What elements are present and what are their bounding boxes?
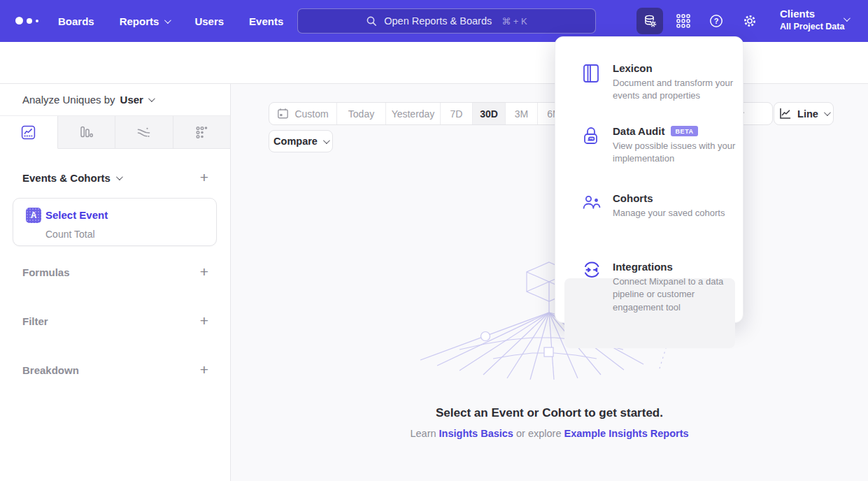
gear-icon: [742, 13, 757, 29]
apps-grid-button[interactable]: [670, 8, 697, 34]
compare-dropdown[interactable]: Compare: [269, 130, 333, 152]
data-management-menu: Lexicon Document and transform your even…: [555, 36, 744, 323]
events-cohorts-dropdown[interactable]: Events & Cohorts: [22, 172, 121, 184]
nav-item-label: Boards: [58, 15, 94, 27]
tab-flow-chart[interactable]: [115, 116, 173, 149]
mixpanel-logo-icon[interactable]: [15, 17, 38, 24]
tab-bar-chart[interactable]: [58, 116, 116, 149]
date-range-label: 30D: [480, 108, 498, 120]
breakdown-section: Breakdown +: [22, 364, 208, 376]
menu-item-title: Integrations: [613, 261, 673, 273]
events-cohorts-label: Events & Cohorts: [22, 172, 111, 184]
data-audit-icon: [582, 127, 600, 149]
project-switcher[interactable]: Clients All Project Data: [780, 7, 844, 32]
nav-item-boards[interactable]: Boards: [58, 15, 94, 27]
chevron-down-icon: [164, 17, 171, 24]
svg-text:?: ?: [714, 17, 719, 25]
help-button[interactable]: ?: [703, 8, 730, 34]
select-event-label[interactable]: Select Event: [45, 209, 108, 221]
beta-badge: BETA: [671, 126, 697, 136]
grid-apps-icon: [676, 13, 691, 29]
analyze-label: Analyze Uniques by: [22, 94, 115, 106]
date-range-30d[interactable]: 30D: [473, 103, 506, 124]
menu-item-description: Connect Mixpanel to a data pipeline or c…: [613, 275, 737, 314]
example-reports-link[interactable]: Example Insights Reports: [564, 428, 688, 439]
chevron-down-icon: [824, 109, 831, 116]
grid-dots-icon: [194, 125, 209, 140]
date-range-3m[interactable]: 3M: [506, 103, 538, 124]
search-icon: [366, 15, 377, 27]
chart-style-label: Line: [797, 108, 818, 120]
nav-item-users[interactable]: Users: [194, 15, 224, 27]
insights-basics-link[interactable]: Insights Basics: [439, 428, 513, 439]
compare-label: Compare: [273, 136, 318, 147]
events-cohorts-header: Events & Cohorts +: [22, 171, 208, 184]
chevron-down-icon: [148, 95, 155, 102]
line-chart-icon: [778, 107, 792, 120]
event-card[interactable]: A Select Event Count Total: [13, 198, 217, 246]
database-gear-icon: [643, 14, 657, 29]
cohorts-people-icon: [582, 194, 602, 215]
date-range-7d[interactable]: 7D: [441, 103, 473, 124]
settings-button[interactable]: [737, 8, 763, 34]
add-breakdown-button[interactable]: +: [200, 364, 208, 376]
filter-label: Filter: [22, 315, 48, 327]
search-placeholder: Open Reports & Boards: [384, 15, 492, 27]
nav-item-events[interactable]: Events: [249, 15, 283, 27]
top-navigation-bar: Boards Reports Users Events Open Reports…: [0, 0, 868, 42]
project-scope: All Project Data: [780, 21, 844, 32]
primary-nav: Boards Reports Users Events: [58, 0, 283, 42]
chevron-down-icon: [323, 137, 330, 144]
global-search-input[interactable]: Open Reports & Boards ⌘ + K: [297, 8, 596, 34]
breakdown-label: Breakdown: [22, 364, 79, 376]
add-formula-button[interactable]: +: [200, 266, 208, 278]
nav-item-reports[interactable]: Reports: [120, 15, 170, 27]
menu-item-description: Document and transform your events and p…: [613, 77, 737, 103]
date-range-yesterday[interactable]: Yesterday: [386, 103, 441, 124]
analyze-value: User: [120, 94, 143, 106]
nav-item-label: Events: [249, 15, 283, 27]
subtitle-text: or explore: [513, 428, 564, 439]
analyze-by-dropdown[interactable]: User: [120, 94, 153, 106]
calendar-icon: [277, 108, 289, 120]
lexicon-book-icon: [582, 64, 600, 86]
chevron-down-icon: [116, 173, 123, 180]
formulas-section: Formulas +: [22, 266, 208, 278]
menu-item-title: Lexicon: [613, 62, 653, 74]
date-range-label: Custom: [294, 108, 328, 120]
data-management-button[interactable]: [636, 8, 663, 34]
flow-chart-icon: [136, 125, 151, 140]
query-builder-sidebar: Analyze Uniques by User: [0, 84, 231, 481]
line-chart-icon: [21, 125, 36, 140]
integrations-sync-icon: [582, 261, 602, 282]
search-shortcut-hint: ⌘ + K: [501, 16, 527, 27]
filter-section: Filter +: [22, 315, 208, 327]
menu-item-title: Cohorts: [613, 192, 653, 204]
date-range-label: 7D: [450, 108, 463, 120]
chart-style-dropdown[interactable]: Line: [774, 102, 834, 125]
empty-state-subtitle: Learn Insights Basics or explore Example…: [231, 428, 868, 439]
chevron-down-icon: [844, 15, 851, 22]
analyze-row: Analyze Uniques by User: [0, 84, 230, 115]
nav-item-label: Users: [194, 15, 224, 27]
add-event-button[interactable]: +: [200, 171, 208, 184]
empty-state-title: Select an Event or Cohort to get started…: [231, 406, 868, 420]
count-type-label[interactable]: Count Total: [45, 229, 95, 240]
add-filter-button[interactable]: +: [200, 315, 208, 327]
tab-metrics-grid[interactable]: [173, 116, 231, 149]
chart-type-tabs: [0, 115, 230, 149]
subtitle-text: Learn: [410, 428, 439, 439]
date-range-label: Yesterday: [392, 108, 435, 120]
date-range-today[interactable]: Today: [337, 103, 386, 124]
insights-report-page: Boards Reports Users Events Open Reports…: [0, 0, 868, 481]
menu-item-description: Manage your saved cohorts: [613, 207, 737, 220]
org-name: Clients: [780, 7, 844, 21]
date-range-label: 3M: [515, 108, 528, 120]
tab-line-chart[interactable]: [0, 116, 58, 149]
menu-item-title: Data Audit: [613, 125, 664, 137]
event-letter-badge: A: [26, 208, 41, 223]
date-range-control: Custom Today Yesterday 7D 30D 3M 6M: [269, 102, 571, 125]
formulas-label: Formulas: [22, 266, 70, 278]
date-range-custom[interactable]: Custom: [269, 103, 337, 124]
date-range-label: Today: [348, 108, 374, 120]
